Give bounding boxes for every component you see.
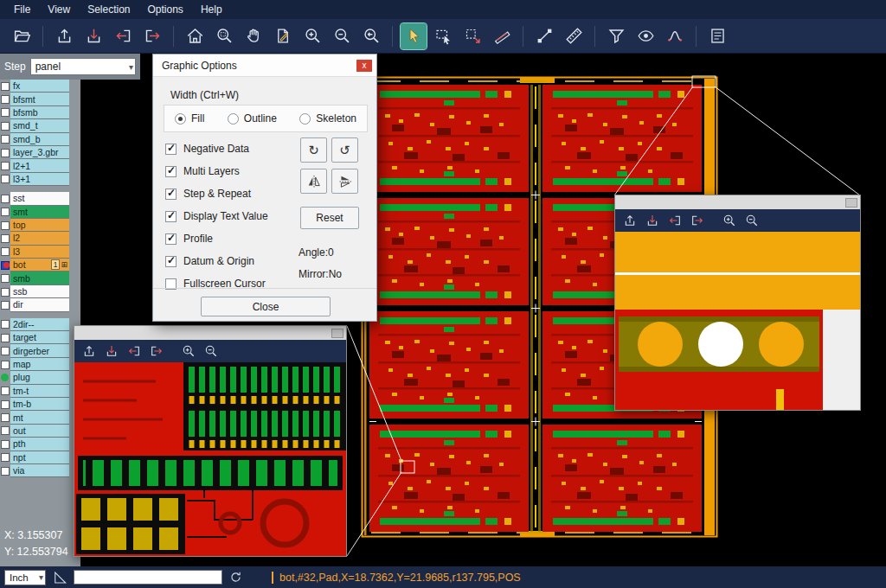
zoom-out-button[interactable]	[201, 342, 222, 361]
home-button[interactable]	[182, 23, 208, 49]
layer-row[interactable]: smd_b	[0, 133, 80, 146]
layer-row[interactable]: bot1⊞	[0, 259, 80, 272]
green-layer-indicator[interactable]	[0, 371, 10, 384]
layer-checkbox[interactable]	[0, 438, 10, 451]
checkbox-multi-layers[interactable]: Multi Layers	[165, 160, 268, 182]
layer-checkbox[interactable]	[0, 93, 10, 105]
layer-checkbox[interactable]	[0, 206, 10, 219]
import-down-button[interactable]	[80, 23, 106, 49]
layer-row[interactable]: tm-t	[0, 385, 80, 398]
layer-checkbox[interactable]	[0, 385, 10, 398]
menu-selection[interactable]: Selection	[79, 1, 138, 18]
layer-row[interactable]: bfsmb	[0, 106, 80, 119]
flip-vertical-button[interactable]	[331, 169, 358, 194]
measure-button[interactable]	[489, 23, 515, 49]
zoom-window-button[interactable]	[211, 23, 237, 49]
zoom-in-button[interactable]	[178, 342, 199, 361]
layer-row[interactable]: smb	[0, 272, 80, 284]
zoom-out-button[interactable]	[329, 23, 355, 49]
command-input[interactable]	[74, 570, 222, 585]
layer-row[interactable]: dir	[0, 298, 80, 311]
ruler-button[interactable]	[561, 23, 587, 49]
layer-row[interactable]: bfsmt	[0, 93, 80, 105]
import-up-button[interactable]	[79, 342, 100, 361]
import-up-button[interactable]	[51, 23, 77, 49]
layer-row[interactable]: plug	[0, 371, 80, 384]
magnifier2-view[interactable]	[615, 232, 860, 410]
layer-row[interactable]: map	[0, 358, 80, 371]
layer-row[interactable]: via	[0, 464, 80, 477]
import-right-button[interactable]	[139, 23, 165, 49]
layer-checkbox[interactable]	[0, 344, 10, 357]
close-button[interactable]: Close	[201, 297, 331, 316]
window-menu-icon[interactable]	[845, 198, 857, 208]
layer-row[interactable]: l2	[0, 232, 80, 245]
zoom-previous-button[interactable]	[358, 23, 384, 49]
select-cursor-button[interactable]	[401, 23, 427, 49]
zoom-out-button[interactable]	[742, 211, 762, 230]
checkbox-profile[interactable]: Profile	[165, 227, 268, 250]
window-menu-icon[interactable]	[331, 329, 343, 338]
radio-outline[interactable]: Outline	[228, 112, 277, 125]
layer-row[interactable]: smt	[0, 206, 80, 219]
annotate-button[interactable]	[270, 23, 296, 49]
import-left-button[interactable]	[664, 211, 685, 230]
layer-checkbox[interactable]	[0, 425, 10, 438]
import-down-button[interactable]	[642, 211, 663, 230]
import-down-button[interactable]	[101, 342, 122, 361]
import-right-button[interactable]	[146, 342, 167, 361]
layer-row[interactable]: fx	[0, 80, 80, 93]
dialog-title-bar[interactable]: Graphic Options x	[153, 54, 376, 77]
layer-checkbox[interactable]	[0, 464, 10, 477]
select-rect-button[interactable]	[430, 23, 456, 49]
layer-row[interactable]: sst	[0, 192, 80, 205]
radio-fill[interactable]: Fill	[175, 112, 204, 125]
magnifier1-view[interactable]	[74, 362, 346, 556]
menu-view[interactable]: View	[39, 1, 79, 18]
close-icon[interactable]: x	[356, 60, 372, 72]
layer-checkbox[interactable]	[0, 318, 10, 331]
menu-options[interactable]: Options	[139, 1, 192, 18]
step-select[interactable]: panel ▾	[30, 58, 136, 75]
menu-file[interactable]: File	[5, 1, 39, 18]
layer-checkbox[interactable]	[0, 119, 10, 132]
layer-checkbox[interactable]	[0, 232, 10, 245]
radio-skeleton[interactable]: Skeleton	[299, 112, 356, 125]
magnifier2-title-bar[interactable]	[615, 195, 860, 209]
filter-button[interactable]	[603, 23, 629, 49]
flip-horizontal-button[interactable]	[300, 169, 327, 194]
layer-row[interactable]: tm-b	[0, 398, 80, 411]
layer-row[interactable]: target	[0, 331, 80, 344]
eye-button[interactable]	[632, 23, 658, 49]
rotate-cw-button[interactable]: ↻	[300, 137, 327, 163]
layer-row[interactable]: top	[0, 219, 80, 232]
zoom-in-button[interactable]	[719, 211, 740, 230]
layer-row[interactable]: l3	[0, 246, 80, 259]
layer-checkbox[interactable]	[0, 192, 10, 205]
layer-checkbox[interactable]	[0, 331, 10, 344]
red-layer-indicator[interactable]	[0, 259, 10, 272]
checkbox-datum-origin[interactable]: Datum & Origin	[165, 250, 268, 272]
layer-checkbox[interactable]	[0, 219, 10, 232]
checkbox-fullscreen-cursor[interactable]: Fullscreen Cursor	[165, 272, 268, 295]
checkbox-display-text-value[interactable]: Display Text Value	[165, 205, 268, 227]
layer-checkbox[interactable]	[0, 451, 10, 464]
line-tool-button[interactable]	[531, 23, 557, 49]
import-up-button[interactable]	[620, 211, 640, 230]
pan-hand-button[interactable]	[241, 23, 266, 49]
layer-row[interactable]: dirgerber	[0, 344, 80, 357]
layer-checkbox[interactable]	[0, 159, 10, 172]
unit-select[interactable]: Inch ▾	[4, 570, 46, 585]
layer-row[interactable]: mt	[0, 411, 80, 424]
report-button[interactable]	[704, 23, 730, 49]
layer-checkbox[interactable]	[0, 272, 10, 284]
layer-checkbox[interactable]	[0, 398, 10, 411]
zoom-in-button[interactable]	[299, 23, 325, 49]
layer-checkbox[interactable]	[0, 285, 10, 298]
import-left-button[interactable]	[110, 23, 136, 49]
layer-row[interactable]: layer_3.gbr	[0, 146, 80, 159]
open-folder-button[interactable]	[9, 23, 35, 49]
layer-row[interactable]: ssb	[0, 285, 80, 298]
layer-row[interactable]: out	[0, 425, 80, 438]
magnifier1-title-bar[interactable]	[74, 326, 346, 340]
